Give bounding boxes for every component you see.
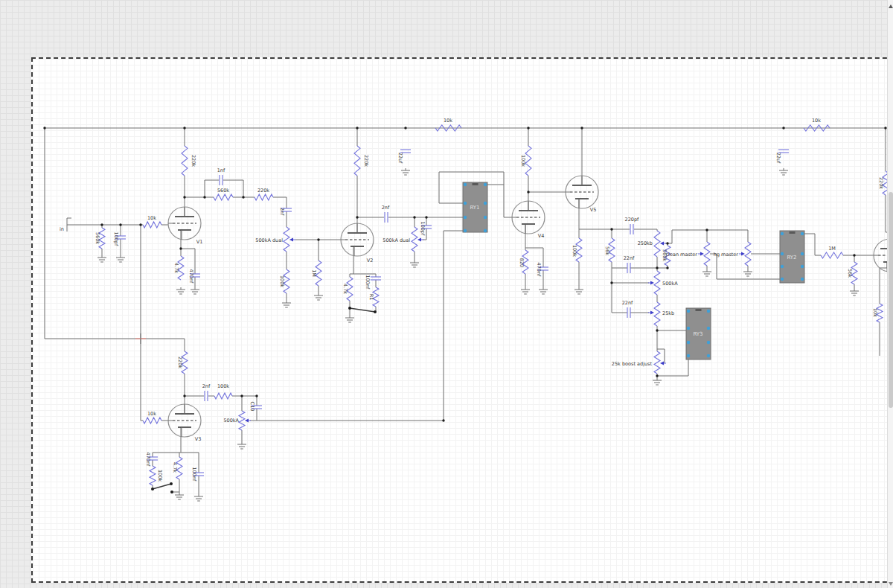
resistor-symbol[interactable]: [214, 194, 233, 200]
junction-dot: [666, 242, 668, 244]
potentiometer-symbol[interactable]: [654, 302, 660, 326]
label-r1m-out: 1M: [828, 246, 836, 252]
relay-pin[interactable]: [707, 354, 710, 357]
label-r100k-v5: 100k: [572, 245, 577, 257]
switch-contact[interactable]: [348, 307, 351, 310]
potentiometer-symbol[interactable]: [745, 242, 751, 266]
label-c22uf-left: 22uf: [397, 153, 403, 164]
relay-pin[interactable]: [484, 216, 487, 219]
relay-pin[interactable]: [781, 278, 784, 281]
relay-pin[interactable]: [484, 183, 487, 186]
label-tube-v1: V1: [196, 239, 203, 245]
relay-pin[interactable]: [464, 202, 467, 205]
relay-pin[interactable]: [781, 265, 784, 268]
pot-wiper-arrow-icon: [660, 242, 664, 246]
relay-pin[interactable]: [464, 229, 467, 232]
wire: [634, 229, 657, 231]
label-c470nf-v1: 470nf: [188, 269, 194, 284]
potentiometer-symbol[interactable]: [704, 242, 710, 266]
tube-v1[interactable]: [168, 207, 201, 240]
switch-contact[interactable]: [374, 310, 377, 313]
relay-pin[interactable]: [801, 232, 804, 235]
label-r10k-v3: 10k: [147, 411, 156, 417]
relay-pin[interactable]: [687, 327, 690, 330]
potentiometer-symbol[interactable]: [412, 227, 417, 252]
ground-symbol: [314, 293, 323, 300]
relay-pin[interactable]: [464, 183, 467, 186]
label-r100k-v3: 100k: [217, 383, 229, 389]
junction-dot: [610, 228, 612, 230]
label-r560k-in: 560k: [95, 232, 100, 244]
label-r220k-edge: 220k: [878, 177, 884, 189]
potentiometer-symbol[interactable]: [654, 271, 660, 295]
tube-v3[interactable]: [168, 404, 201, 437]
label-pot500ka-ts: 500kA: [662, 281, 678, 287]
relay-pin[interactable]: [687, 354, 690, 357]
switch-contact[interactable]: [170, 482, 173, 485]
relay-pin[interactable]: [687, 341, 690, 344]
relay-pin[interactable]: [801, 252, 804, 255]
label-r220k-v3: 220k: [177, 357, 183, 368]
resistor-symbol[interactable]: [435, 125, 461, 131]
canvas-background[interactable]: 10k10k22uf22uf220k220k100k220kin560k100p…: [0, 0, 893, 588]
pot-wiper-arrow-icon: [417, 238, 421, 242]
pot-wiper-arrow-icon: [650, 281, 654, 285]
relay-pin[interactable]: [464, 216, 467, 219]
junction-dot: [782, 127, 784, 129]
potentiometer-symbol[interactable]: [654, 231, 660, 257]
relay-pin[interactable]: [801, 278, 804, 281]
scroll-down-icon[interactable]: [889, 582, 893, 586]
junction-dot: [119, 223, 121, 226]
relay-pin[interactable]: [484, 229, 487, 232]
resistor-symbol[interactable]: [143, 222, 161, 228]
junction-dot: [527, 127, 529, 129]
resistor-symbol[interactable]: [255, 194, 273, 200]
junction-dot: [183, 394, 185, 397]
junction-dot: [43, 127, 45, 129]
switch-contact[interactable]: [151, 488, 154, 490]
label-r4k7-v3: 4.7k: [172, 462, 178, 473]
relay-pin[interactable]: [707, 310, 710, 313]
switch-lever[interactable]: [153, 484, 171, 489]
relay-pin[interactable]: [707, 341, 710, 344]
tube-v5[interactable]: [566, 176, 598, 208]
relay-notch: [790, 231, 796, 234]
switch-lever[interactable]: [350, 308, 375, 312]
resistor-symbol[interactable]: [143, 418, 161, 424]
switch-contact[interactable]: [170, 490, 173, 493]
label-relay-ry3: RY3: [693, 331, 702, 337]
ground-symbol: [539, 287, 548, 294]
resistor-symbol[interactable]: [354, 146, 360, 176]
schematic-svg[interactable]: 10k10k22uf22uf220k220k100k220kin560k100p…: [0, 0, 893, 588]
potentiometer-symbol[interactable]: [239, 411, 245, 430]
potentiometer-symbol[interactable]: [654, 351, 660, 374]
vertical-scrollbar[interactable]: [887, 0, 893, 588]
resistor-symbol[interactable]: [804, 125, 830, 131]
junction-dot: [666, 266, 668, 269]
potentiometer-symbol[interactable]: [284, 227, 289, 252]
label-c22uf-right: 22uf: [775, 153, 781, 164]
ground-symbol: [194, 494, 203, 501]
resistor-symbol[interactable]: [821, 252, 843, 258]
pot-wiper-arrow-icon: [741, 252, 745, 256]
tube-v4[interactable]: [512, 201, 545, 234]
relay-pin[interactable]: [707, 327, 710, 330]
junction-dot: [527, 191, 529, 193]
junction-dot: [183, 196, 185, 198]
label-r100k-v4: 100k: [520, 155, 526, 167]
relay-pin[interactable]: [687, 310, 690, 313]
ground-symbol: [779, 168, 788, 175]
resistor-symbol[interactable]: [214, 393, 232, 399]
tube-v2[interactable]: [341, 223, 374, 256]
scroll-up-icon[interactable]: [889, 4, 893, 8]
label-pot-boost: 25k boost adjust: [612, 361, 653, 367]
relay-pin[interactable]: [801, 265, 804, 268]
components-layer: [97, 125, 889, 501]
ground-symbol: [97, 255, 106, 262]
scrollbar-thumb[interactable]: [889, 192, 893, 408]
relay-pin[interactable]: [781, 232, 784, 235]
resistor-symbol[interactable]: [150, 466, 156, 485]
relay-pin[interactable]: [484, 202, 487, 205]
resistor-symbol[interactable]: [182, 146, 188, 176]
relay-pin[interactable]: [781, 252, 784, 255]
